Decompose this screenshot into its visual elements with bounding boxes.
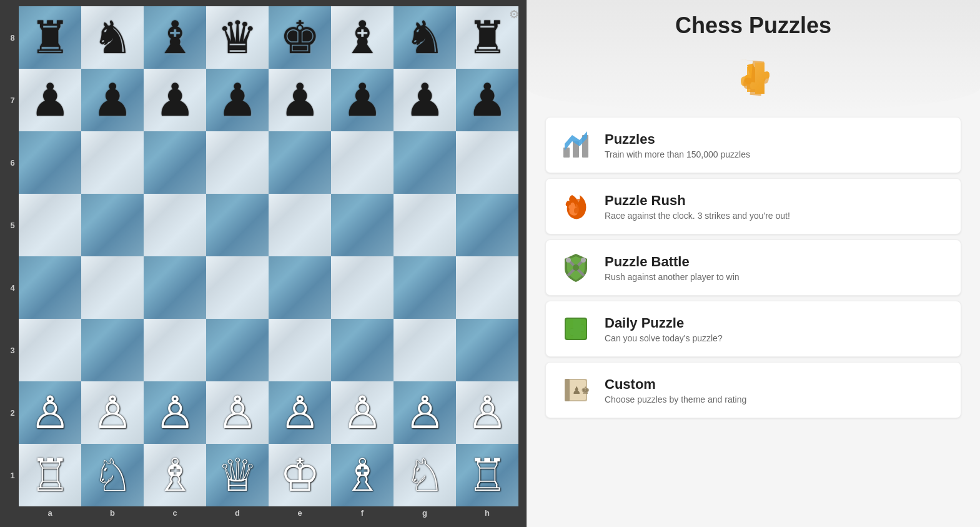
- square-b8[interactable]: ♞: [81, 6, 144, 69]
- piece-white-pawn-e2: ♙: [280, 390, 320, 435]
- square-a3[interactable]: [19, 319, 81, 381]
- square-g5[interactable]: [393, 194, 456, 256]
- square-a5[interactable]: [19, 194, 81, 256]
- svg-text:♟♚: ♟♚: [572, 385, 590, 396]
- square-d8[interactable]: ♛: [206, 6, 269, 69]
- square-a6[interactable]: [19, 131, 81, 194]
- square-e3[interactable]: [269, 319, 331, 381]
- daily-puzzle-description: Can you solve today's puzzle?: [605, 333, 723, 343]
- rank-6: 6: [6, 131, 19, 194]
- square-d6[interactable]: [206, 131, 269, 194]
- square-c6[interactable]: [144, 131, 206, 194]
- square-g8[interactable]: ♞: [393, 6, 456, 69]
- square-h5[interactable]: [456, 194, 518, 256]
- square-h6[interactable]: [456, 131, 518, 194]
- square-b1[interactable]: ♘: [81, 444, 144, 506]
- rank-labels: 8 7 6 5 4 3 2 1: [6, 6, 19, 506]
- file-e: e: [269, 506, 331, 519]
- piece-black-pawn-c7: ♟: [155, 78, 196, 123]
- chess-board-side: ⚙ 8 7 6 5 4 3 2 1 ♜ ♞ ♝ ♛ ♚: [0, 0, 527, 527]
- panel-header: Chess Puzzles: [545, 13, 961, 48]
- square-f6[interactable]: [331, 131, 393, 194]
- square-a7[interactable]: ♟: [19, 69, 81, 131]
- square-f7[interactable]: ♟: [331, 69, 393, 131]
- piece-black-pawn-f7: ♟: [342, 78, 383, 123]
- square-f2[interactable]: ♙: [331, 381, 393, 444]
- piece-white-rook-a1: ♖: [30, 453, 71, 498]
- square-e5[interactable]: [269, 194, 331, 256]
- square-a8[interactable]: ♜: [19, 6, 81, 69]
- file-g: g: [393, 506, 456, 519]
- svg-point-8: [581, 258, 586, 263]
- square-b2[interactable]: ♙: [81, 381, 144, 444]
- square-a2[interactable]: ♙: [19, 381, 81, 444]
- settings-icon[interactable]: ⚙: [509, 8, 519, 21]
- square-e4[interactable]: [269, 256, 331, 319]
- puzzle-battle-icon: [558, 250, 593, 285]
- piece-black-pawn-b7: ♟: [92, 78, 133, 123]
- custom-description: Choose puzzles by theme and rating: [605, 394, 746, 404]
- square-h3[interactable]: [456, 319, 518, 381]
- square-b6[interactable]: [81, 131, 144, 194]
- menu-item-puzzle-battle[interactable]: Puzzle Battle Rush against another playe…: [545, 239, 961, 296]
- puzzle-rush-text: Puzzle Rush Race against the clock. 3 st…: [605, 193, 790, 221]
- square-e7[interactable]: ♟: [269, 69, 331, 131]
- square-c3[interactable]: [144, 319, 206, 381]
- square-g1[interactable]: ♘: [393, 444, 456, 506]
- square-g6[interactable]: [393, 131, 456, 194]
- square-h7[interactable]: ♟: [456, 69, 518, 131]
- square-h4[interactable]: [456, 256, 518, 319]
- square-d7[interactable]: ♟: [206, 69, 269, 131]
- square-d3[interactable]: [206, 319, 269, 381]
- square-b5[interactable]: [81, 194, 144, 256]
- square-f3[interactable]: [331, 319, 393, 381]
- puzzle-battle-text: Puzzle Battle Rush against another playe…: [605, 254, 740, 282]
- square-e1[interactable]: ♔: [269, 444, 331, 506]
- square-d1[interactable]: ♕: [206, 444, 269, 506]
- menu-item-puzzle-rush[interactable]: Puzzle Rush Race against the clock. 3 st…: [545, 178, 961, 234]
- square-h2[interactable]: ♙: [456, 381, 518, 444]
- square-e6[interactable]: [269, 131, 331, 194]
- puzzle-icon-container: [728, 54, 778, 104]
- puzzles-description: Train with more than 150,000 puzzles: [605, 149, 750, 159]
- square-f8[interactable]: ♝: [331, 6, 393, 69]
- square-f5[interactable]: [331, 194, 393, 256]
- square-c1[interactable]: ♗: [144, 444, 206, 506]
- menu-item-custom[interactable]: ♟♚ Custom Choose puzzles by theme and ra…: [545, 362, 961, 418]
- square-d5[interactable]: [206, 194, 269, 256]
- square-h1[interactable]: ♖: [456, 444, 518, 506]
- square-b3[interactable]: [81, 319, 144, 381]
- square-e8[interactable]: ♚: [269, 6, 331, 69]
- square-g3[interactable]: [393, 319, 456, 381]
- square-c8[interactable]: ♝: [144, 6, 206, 69]
- piece-white-pawn-g2: ♙: [405, 390, 445, 435]
- chess-board-container: 8 7 6 5 4 3 2 1 ♜ ♞ ♝ ♛ ♚ ♝ ♞: [6, 6, 518, 519]
- menu-item-puzzles[interactable]: Puzzles Train with more than 150,000 puz…: [545, 117, 961, 173]
- main-puzzle-icon: [728, 54, 778, 104]
- square-c5[interactable]: [144, 194, 206, 256]
- square-g7[interactable]: ♟: [393, 69, 456, 131]
- file-h: h: [456, 506, 518, 519]
- square-g2[interactable]: ♙: [393, 381, 456, 444]
- piece-white-knight-g1: ♘: [405, 453, 445, 498]
- square-d4[interactable]: [206, 256, 269, 319]
- square-a1[interactable]: ♖: [19, 444, 81, 506]
- square-f1[interactable]: ♗: [331, 444, 393, 506]
- square-d2[interactable]: ♙: [206, 381, 269, 444]
- square-b7[interactable]: ♟: [81, 69, 144, 131]
- square-b4[interactable]: [81, 256, 144, 319]
- menu-item-daily-puzzle[interactable]: Daily Puzzle Can you solve today's puzzl…: [545, 301, 961, 357]
- square-c7[interactable]: ♟: [144, 69, 206, 131]
- square-f4[interactable]: [331, 256, 393, 319]
- square-c4[interactable]: [144, 256, 206, 319]
- square-c2[interactable]: ♙: [144, 381, 206, 444]
- square-g4[interactable]: [393, 256, 456, 319]
- puzzle-rush-icon: [558, 189, 593, 224]
- piece-black-queen-d8: ♛: [217, 15, 258, 60]
- chess-board[interactable]: ♜ ♞ ♝ ♛ ♚ ♝ ♞ ♜ ♟ ♟ ♟ ♟ ♟ ♟ ♟ ♟: [19, 6, 518, 506]
- square-e2[interactable]: ♙: [269, 381, 331, 444]
- puzzles-text: Puzzles Train with more than 150,000 puz…: [605, 131, 750, 159]
- piece-white-pawn-b2: ♙: [92, 390, 133, 435]
- square-a4[interactable]: [19, 256, 81, 319]
- piece-black-pawn-h7: ♟: [467, 78, 508, 123]
